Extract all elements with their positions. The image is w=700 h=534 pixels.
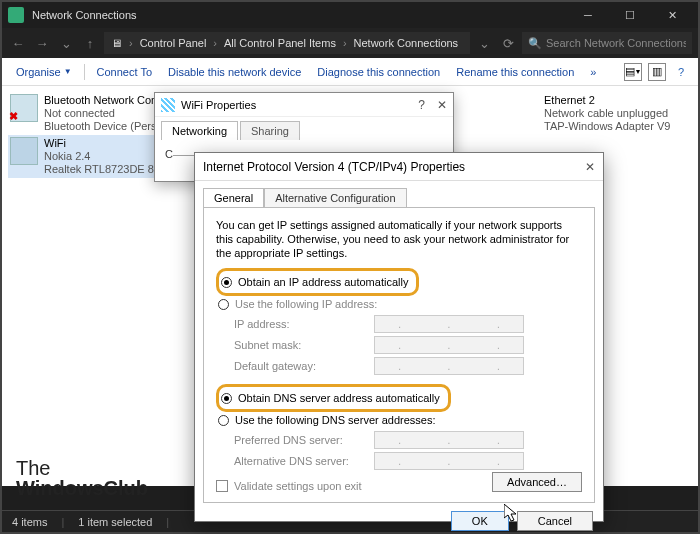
disable-device-button[interactable]: Disable this network device [162, 62, 307, 82]
radio-use-ip-label: Use the following IP address: [235, 298, 377, 310]
connect-to-button[interactable]: Connect To [91, 62, 158, 82]
radio-auto-ip-label: Obtain an IP address automatically [238, 276, 408, 288]
breadcrumb-item[interactable]: Control Panel [137, 37, 210, 49]
subnet-mask-label: Subnet mask: [234, 339, 374, 351]
organise-button[interactable]: Organise▼ [10, 62, 78, 82]
ip-address-label: IP address: [234, 318, 374, 330]
watermark: The WindowsClub [16, 458, 148, 498]
breadcrumb-root-icon[interactable]: 🖥 [108, 37, 125, 49]
item-status: Not connected [44, 107, 157, 120]
dropdown-icon[interactable]: ⌄ [474, 33, 494, 53]
item-device: Bluetooth Device (Pers [44, 120, 157, 133]
item-status: Network cable unplugged [544, 107, 670, 120]
preview-pane-icon[interactable]: ▥ [648, 63, 666, 81]
network-item-bluetooth[interactable]: ✖ Bluetooth Network Con Not connected Bl… [8, 92, 178, 135]
address-bar: ← → ⌄ ↑ 🖥 › Control Panel › All Control … [2, 28, 698, 58]
status-count: 4 items [12, 516, 47, 528]
explorer-window: Network Connections ─ ☐ ✕ ← → ⌄ ↑ 🖥 › Co… [0, 0, 700, 534]
chevron-right-icon: › [341, 37, 349, 49]
tab-general[interactable]: General [203, 188, 264, 208]
gateway-label: Default gateway: [234, 360, 374, 372]
network-item-wifi[interactable]: WiFi Nokia 2.4 Realtek RTL8723DE 802. [8, 135, 178, 178]
diagnose-button[interactable]: Diagnose this connection [311, 62, 446, 82]
radio-use-ip[interactable] [218, 299, 229, 310]
search-placeholder: Search Network Connections [546, 37, 686, 49]
help-icon[interactable]: ? [672, 63, 690, 81]
app-icon [8, 7, 24, 23]
subnet-mask-field: ... [374, 336, 524, 354]
network-item-ethernet[interactable]: Ethernet 2 Network cable unplugged TAP-W… [542, 92, 700, 135]
validate-checkbox[interactable] [216, 480, 228, 492]
tab-alt-config[interactable]: Alternative Configuration [264, 188, 406, 208]
dialog-title: WiFi Properties [181, 99, 256, 111]
back-icon[interactable]: ← [8, 33, 28, 53]
command-bar: Organise▼ Connect To Disable this networ… [2, 58, 698, 86]
wifi-icon [161, 98, 175, 112]
help-icon[interactable]: ? [418, 98, 425, 112]
radio-auto-dns[interactable] [221, 393, 232, 404]
item-name: Bluetooth Network Con [44, 94, 157, 107]
item-device: TAP-Windows Adapter V9 [544, 120, 670, 133]
forward-icon[interactable]: → [32, 33, 52, 53]
breadcrumb[interactable]: 🖥 › Control Panel › All Control Panel It… [104, 32, 470, 54]
alt-dns-field: ... [374, 452, 524, 470]
radio-auto-dns-label: Obtain DNS server address automatically [238, 392, 440, 404]
minimize-icon[interactable]: ─ [568, 2, 608, 28]
item-name: Ethernet 2 [544, 94, 670, 107]
item-device: Realtek RTL8723DE 802. [44, 163, 169, 176]
validate-label: Validate settings upon exit [234, 480, 362, 492]
highlight-auto-dns: Obtain DNS server address automatically [216, 384, 451, 412]
maximize-icon[interactable]: ☐ [610, 2, 650, 28]
close-icon[interactable]: ✕ [652, 2, 692, 28]
radio-auto-ip[interactable] [221, 277, 232, 288]
preferred-dns-field: ... [374, 431, 524, 449]
close-icon[interactable]: ✕ [585, 160, 595, 174]
up-icon[interactable]: ↑ [80, 33, 100, 53]
breadcrumb-item[interactable]: All Control Panel Items [221, 37, 339, 49]
alt-dns-label: Alternative DNS server: [234, 455, 374, 467]
ip-address-field: ... [374, 315, 524, 333]
ok-button[interactable]: OK [451, 511, 509, 531]
preferred-dns-label: Preferred DNS server: [234, 434, 374, 446]
highlight-auto-ip: Obtain an IP address automatically [216, 268, 419, 296]
chevron-right-icon: › [127, 37, 135, 49]
chevron-down-icon: ▼ [64, 67, 72, 76]
search-icon: 🔍 [528, 37, 542, 50]
adapter-icon: ✖ [10, 94, 38, 122]
item-name: WiFi [44, 137, 169, 150]
radio-use-dns-label: Use the following DNS server addresses: [235, 414, 436, 426]
rename-button[interactable]: Rename this connection [450, 62, 580, 82]
advanced-button[interactable]: Advanced… [492, 472, 582, 492]
close-icon[interactable]: ✕ [437, 98, 447, 112]
breadcrumb-item[interactable]: Network Connections [351, 37, 462, 49]
title-bar[interactable]: Network Connections ─ ☐ ✕ [2, 2, 698, 28]
search-input[interactable]: 🔍 Search Network Connections [522, 32, 692, 54]
dialog-title: Internet Protocol Version 4 (TCP/IPv4) P… [203, 160, 465, 174]
item-status: Nokia 2.4 [44, 150, 169, 163]
ipv4-properties-dialog[interactable]: Internet Protocol Version 4 (TCP/IPv4) P… [194, 152, 604, 522]
chevron-right-icon: › [211, 37, 219, 49]
error-icon: ✖ [9, 110, 18, 123]
cancel-button[interactable]: Cancel [517, 511, 593, 531]
tab-networking[interactable]: Networking [161, 121, 238, 140]
adapter-icon [10, 137, 38, 165]
refresh-icon[interactable]: ⟳ [498, 33, 518, 53]
overflow-button[interactable]: » [584, 62, 602, 82]
description-text: You can get IP settings assigned automat… [216, 218, 582, 260]
status-selected: 1 item selected [78, 516, 152, 528]
radio-use-dns[interactable] [218, 415, 229, 426]
window-title: Network Connections [32, 9, 137, 21]
tab-sharing[interactable]: Sharing [240, 121, 300, 140]
recent-icon[interactable]: ⌄ [56, 33, 76, 53]
gateway-field: ... [374, 357, 524, 375]
view-options-icon[interactable]: ▤▼ [624, 63, 642, 81]
